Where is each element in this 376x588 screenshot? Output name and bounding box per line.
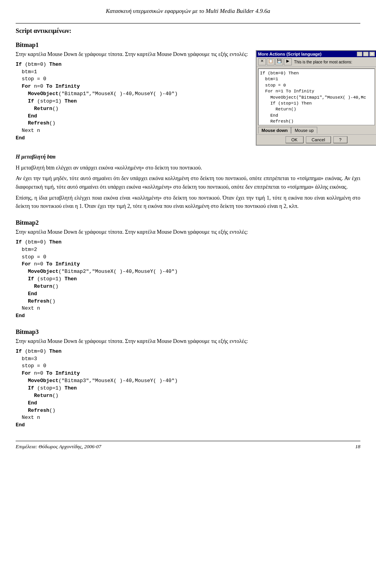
dialog-title: More Actions (Script language) <box>258 52 322 56</box>
variable-para2: Αν έχει την τιμή μηδέν, τότε αυτό σημαίν… <box>16 174 360 191</box>
dialog-titlebar-buttons[interactable]: _ □ ✕ <box>357 52 375 56</box>
dialog-maximize-btn[interactable]: □ <box>363 52 369 56</box>
dialog-tab-mousedown[interactable]: Mouse down <box>258 127 291 133</box>
bitmap1-intro-yes-text: Στην καρτέλα Mouse Down γράφουμε τις εξή… <box>125 51 248 57</box>
dialog-close-btn[interactable]: ✕ <box>369 52 375 56</box>
bitmap2-heading: Bitmap2 <box>16 219 360 226</box>
bitmap2-section: Bitmap2 Στην καρτέλα Mouse Down δε γράφο… <box>16 219 360 320</box>
dialog-titlebar: More Actions (Script language) _ □ ✕ <box>257 51 376 57</box>
bitmap1-section: Στην καρτέλα Mouse Down δε γράφουμε τίπο… <box>16 50 360 146</box>
footer-author: Επιμέλεια: Θόδωρος Αρχοντίδης, 2006-07 <box>16 444 101 450</box>
dialog-tabs: Mouse down Mouse up <box>258 127 375 133</box>
page-title: Κατασκευή υπερμεσικών εφαρμογών με το Mu… <box>16 8 360 14</box>
variable-heading: Η μεταβλητή btm <box>16 154 56 160</box>
script-section-heading: Script αντικειμένων: <box>16 27 360 34</box>
dialog-ok-btn[interactable]: OK <box>286 136 304 143</box>
bitmap1-intro-no: Στην καρτέλα Mouse Down δε γράφουμε τίπο… <box>16 50 248 59</box>
dialog-help-btn[interactable]: ? <box>333 136 347 143</box>
bitmap2-code: If (btm=0) Then btm=2 stop = 0 For n=0 T… <box>16 239 360 320</box>
variable-para3: Επίσης, η ίδια μεταβλητή ελέγχει ποια ει… <box>16 194 360 211</box>
dialog-tab-mouseup[interactable]: Mouse up <box>291 127 317 133</box>
bitmap1-code: If (btm=0) Then btm=1 stop = 0 For n=0 T… <box>16 61 248 142</box>
dialog-minimize-btn[interactable]: _ <box>357 52 362 56</box>
footer-page-number: 18 <box>355 444 360 450</box>
dialog-box: More Actions (Script language) _ □ ✕ ✕ 📋… <box>256 50 376 146</box>
bitmap3-intro-no: Στην καρτέλα Mouse Down δε γράφουμε τίπο… <box>16 338 124 344</box>
dialog-toolbar: ✕ 📋 💾 ▶ This is the place for most actio… <box>257 57 376 67</box>
dialog-toolbar-btn1[interactable]: ✕ <box>258 58 266 65</box>
top-divider <box>16 23 360 23</box>
bitmap3-section: Bitmap3 Στην καρτέλα Mouse Down δε γράφο… <box>16 328 360 429</box>
dialog-content: If (btm=0) Then btm=1 stop = 0 For n=1 T… <box>258 69 375 125</box>
bitmap2-intro: Στην καρτέλα Mouse Down δε γράφουμε τίπο… <box>16 228 360 236</box>
bitmap3-code: If (btm=0) Then btm=3 stop = 0 For n=0 T… <box>16 348 360 429</box>
variable-section: Η μεταβλητή btm Η μεταβλητή btm ελέγχει … <box>16 153 360 211</box>
bitmap2-intro-no: Στην καρτέλα Mouse Down δε γράφουμε τίπο… <box>16 229 124 235</box>
dialog-toolbar-btn2[interactable]: 📋 <box>267 58 275 65</box>
dialog-toolbar-text: This is the place for most actions: <box>294 60 352 64</box>
dialog-toolbar-btn4[interactable]: ▶ <box>284 58 292 65</box>
dialog-footer: OK Cancel ? <box>257 134 376 145</box>
dialog-toolbar-btn3[interactable]: 💾 <box>275 58 283 65</box>
variable-para1: Η μεταβλητή btm ελέγχει αν υπάρχει εικόν… <box>16 164 360 172</box>
variable-heading-para: Η μεταβλητή btm <box>16 153 360 161</box>
bitmap3-heading: Bitmap3 <box>16 328 360 335</box>
bitmap3-intro-yes: Στην καρτέλα Mouse Down γράφουμε τις εξή… <box>125 338 248 344</box>
dialog-cancel-btn[interactable]: Cancel <box>306 136 331 143</box>
bitmap2-intro-yes: Στην καρτέλα Mouse Down γράφουμε τις εξή… <box>125 229 248 235</box>
bitmap1-heading: Bitmap1 <box>16 41 360 49</box>
page-footer: Επιμέλεια: Θόδωρος Αρχοντίδης, 2006-07 1… <box>16 441 360 450</box>
bitmap1-intro-no-text: Στην καρτέλα Mouse Down δε γράφουμε τίπο… <box>16 51 124 57</box>
bitmap1-code-area: Στην καρτέλα Mouse Down δε γράφουμε τίπο… <box>16 50 248 143</box>
bitmap3-intro: Στην καρτέλα Mouse Down δε γράφουμε τίπο… <box>16 337 360 346</box>
